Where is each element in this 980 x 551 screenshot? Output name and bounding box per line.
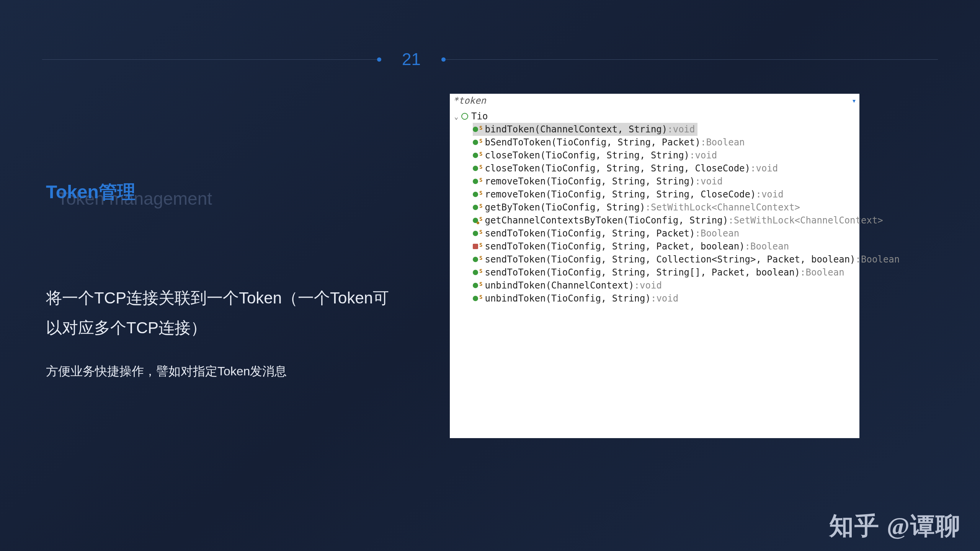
public-method-icon xyxy=(473,153,478,158)
class-icon xyxy=(461,113,468,120)
return-type: Boolean xyxy=(861,254,900,265)
method-item[interactable]: SbSendToToken(TioConfig, String, Packet)… xyxy=(473,136,859,149)
static-marker-icon: S xyxy=(479,177,482,183)
static-marker-icon: S xyxy=(479,151,482,157)
method-item[interactable]: SsendToToken(TioConfig, String, Packet) … xyxy=(473,227,859,240)
method-item[interactable]: SunbindToken(ChannelContext) : void xyxy=(473,279,859,292)
method-item[interactable]: SunbindToken(TioConfig, String) : void xyxy=(473,292,859,305)
method-signature: getByToken(TioConfig, String) xyxy=(485,202,645,213)
return-separator: : xyxy=(645,202,650,213)
public-method-icon xyxy=(473,296,478,301)
outline-tree: ⌄ Tio SbindToken(ChannelContext, String)… xyxy=(450,108,859,305)
return-type: void xyxy=(656,293,678,304)
method-signature: sendToToken(TioConfig, String, Packet) xyxy=(485,228,695,239)
dropdown-arrow-icon[interactable]: ▾ xyxy=(852,96,856,105)
static-marker-icon: S xyxy=(479,216,482,222)
static-marker-icon: S xyxy=(479,125,482,131)
filter-row[interactable]: *token ▾ xyxy=(450,94,859,108)
public-method-icon xyxy=(473,140,478,145)
method-signature: closeToken(TioConfig, String, String, Cl… xyxy=(485,163,750,174)
divider-line-left xyxy=(42,59,379,60)
method-item[interactable]: SremoveToken(TioConfig, String, String) … xyxy=(473,175,859,188)
static-marker-icon: S xyxy=(479,203,482,209)
ide-content-assist-panel: *token ▾ ⌄ Tio SbindToken(ChannelContext… xyxy=(450,94,859,438)
method-signature: bSendToToken(TioConfig, String, Packet) xyxy=(485,137,701,148)
method-item[interactable]: SsendToToken(TioConfig, String, Collecti… xyxy=(473,253,859,266)
method-signature: bindToken(ChannelContext, String) xyxy=(485,124,667,135)
method-signature: sendToToken(TioConfig, String, String[],… xyxy=(485,267,800,278)
static-marker-icon: S xyxy=(479,138,482,144)
return-type: Boolean xyxy=(701,228,739,239)
return-separator: : xyxy=(756,189,761,200)
return-separator: : xyxy=(728,215,733,226)
left-content: Token management Token管理 将一个TCP连接关联到一个To… xyxy=(46,180,390,381)
method-signature: unbindToken(TioConfig, String) xyxy=(485,293,650,304)
deprecated-method-icon xyxy=(473,244,478,249)
method-item[interactable]: SremoveToken(TioConfig, String, String, … xyxy=(473,188,859,201)
method-item[interactable]: SgetChannelContextsByToken(TioConfig, St… xyxy=(473,214,859,227)
description-main: 将一个TCP连接关联到一个Token（一个Token可以对应多个TCP连接） xyxy=(46,283,390,342)
top-divider: 21 xyxy=(0,55,980,63)
public-method-icon xyxy=(473,166,478,171)
divider-line-right xyxy=(444,59,938,60)
return-separator: : xyxy=(701,137,706,148)
public-method-icon xyxy=(473,127,478,132)
method-signature: closeToken(TioConfig, String, String) xyxy=(485,150,689,161)
method-list: SbindToken(ChannelContext, String) : voi… xyxy=(473,123,859,305)
method-item[interactable]: ScloseToken(TioConfig, String, String) :… xyxy=(473,149,859,162)
return-separator: : xyxy=(750,163,756,174)
return-separator: : xyxy=(667,124,673,135)
return-type: void xyxy=(673,124,695,135)
collapse-icon[interactable]: ⌄ xyxy=(453,112,460,121)
static-marker-icon: S xyxy=(479,242,482,248)
class-node[interactable]: ⌄ Tio xyxy=(453,110,859,123)
filter-text: *token xyxy=(453,95,486,106)
method-item[interactable]: SsendToToken(TioConfig, String, String[]… xyxy=(473,266,859,279)
method-item[interactable]: SsendToToken(TioConfig, String, Packet, … xyxy=(473,240,859,253)
return-type: Boolean xyxy=(750,241,789,252)
slide-number: 21 xyxy=(402,50,421,69)
return-type: SetWithLock<ChannelContext> xyxy=(734,215,883,226)
title-block: Token management Token管理 xyxy=(46,180,390,210)
return-type: void xyxy=(640,280,662,291)
public-method-icon xyxy=(473,270,478,275)
static-marker-icon: S xyxy=(479,229,482,235)
public-method-icon xyxy=(473,205,478,210)
public-method-icon xyxy=(473,192,478,197)
slide-page: 21 Token management Token管理 将一个TCP连接关联到一… xyxy=(0,0,980,551)
static-marker-icon: S xyxy=(479,281,482,287)
method-signature: removeToken(TioConfig, String, String, C… xyxy=(485,189,756,200)
return-separator: : xyxy=(695,176,701,187)
static-marker-icon: S xyxy=(479,294,482,300)
return-type: Boolean xyxy=(706,137,745,148)
static-marker-icon: S xyxy=(479,268,482,274)
class-name: Tio xyxy=(471,111,488,122)
return-separator: : xyxy=(634,280,640,291)
method-signature: unbindToken(ChannelContext) xyxy=(485,280,634,291)
return-type: void xyxy=(756,163,778,174)
watermark: 知乎 @谭聊 xyxy=(829,509,961,543)
title-chinese: Token管理 xyxy=(46,180,136,204)
description-sub: 方便业务快捷操作，譬如对指定Token发消息 xyxy=(46,362,390,381)
static-marker-icon: S xyxy=(479,255,482,261)
return-type: void xyxy=(695,150,717,161)
return-type: void xyxy=(761,189,784,200)
static-marker-icon: S xyxy=(479,190,482,196)
public-method-icon xyxy=(473,179,478,184)
method-item[interactable]: SgetByToken(TioConfig, String) : SetWith… xyxy=(473,201,859,214)
method-item[interactable]: ScloseToken(TioConfig, String, String, C… xyxy=(473,162,859,175)
return-type: void xyxy=(701,176,723,187)
return-type: Boolean xyxy=(806,267,844,278)
return-separator: : xyxy=(856,254,861,265)
method-item[interactable]: SbindToken(ChannelContext, String) : voi… xyxy=(473,123,697,136)
public-method-icon xyxy=(473,231,478,236)
method-signature: sendToToken(TioConfig, String, Collectio… xyxy=(485,254,855,265)
static-marker-icon: S xyxy=(479,164,482,170)
return-separator: : xyxy=(800,267,805,278)
method-signature: getChannelContextsByToken(TioConfig, Str… xyxy=(485,215,728,226)
return-separator: : xyxy=(651,293,656,304)
method-signature: removeToken(TioConfig, String, String) xyxy=(485,176,695,187)
public-method-icon xyxy=(473,283,478,288)
return-separator: : xyxy=(745,241,750,252)
public-method-icon xyxy=(473,218,478,223)
